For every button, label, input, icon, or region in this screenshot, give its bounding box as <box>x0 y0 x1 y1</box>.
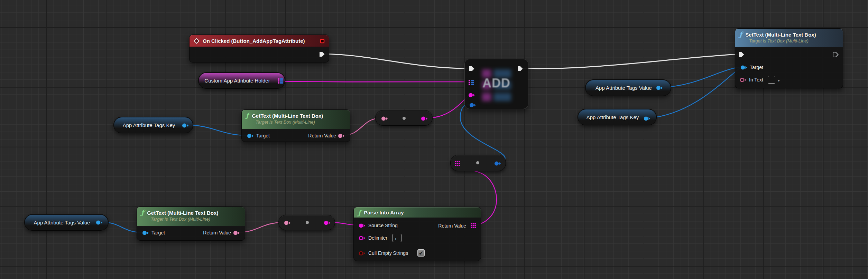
event-node-on-clicked[interactable]: On Clicked (Button_AddAppTagAttribute) <box>189 35 329 62</box>
string-out-pin[interactable] <box>421 116 428 121</box>
exec-out-pin[interactable] <box>832 51 839 58</box>
variable-label: App Attribute Tags Key <box>123 122 175 128</box>
node-title: SetText (Multi-Line Text Box) <box>745 32 816 38</box>
function-icon: ƒ <box>246 112 249 119</box>
variable-node-app-attribute-tags-key-right[interactable]: App Attribute Tags Key <box>578 109 657 125</box>
return-value-pin[interactable] <box>233 230 240 235</box>
function-icon: ƒ <box>141 209 144 216</box>
conversion-dot-icon <box>403 117 406 120</box>
variable-label: Custom App Attribute Holder <box>204 78 270 84</box>
wire-string-conversion-to-add-key[interactable] <box>426 95 469 118</box>
return-value-pin-label: Return Value <box>203 229 231 236</box>
wire-map-holder-to-add[interactable] <box>282 81 468 82</box>
exec-out-pin[interactable] <box>319 51 325 57</box>
in-text-input[interactable] <box>768 76 775 84</box>
target-pin-label: Target <box>151 229 165 236</box>
conversion-dot-icon <box>476 161 479 164</box>
exec-in-pin[interactable] <box>469 66 475 72</box>
cull-empty-strings-pin-label: Cull Empty Strings <box>368 250 408 257</box>
add-watermark-label: ADD <box>482 76 510 90</box>
object-out-pin[interactable] <box>494 161 501 166</box>
node-title: GetText (Multi-Line Text Box) <box>252 113 323 119</box>
source-string-pin[interactable] <box>359 223 366 228</box>
map-target-pin[interactable] <box>469 80 474 85</box>
target-pin-label: Target <box>256 132 270 139</box>
variable-label: App Attribute Tags Key <box>587 114 639 120</box>
node-title: Parse Into Array <box>364 210 404 215</box>
map-pin[interactable] <box>278 78 283 84</box>
delimiter-pin-label: Delimiter <box>368 234 387 241</box>
return-value-pin[interactable] <box>338 133 345 138</box>
cull-empty-strings-checkbox[interactable]: ✔ <box>417 249 425 257</box>
node-subtitle: Target is Text Box (Multi-Line) <box>151 217 241 222</box>
chevron-down-icon[interactable]: ▾ <box>778 78 780 83</box>
wire-exec-onclicked-to-add[interactable] <box>324 54 468 68</box>
variable-label: App Attribute Tags Value <box>34 220 90 225</box>
source-string-pin-label: Source String <box>368 222 398 229</box>
node-title: On Clicked (Button_AddAppTagAttribute) <box>203 38 305 44</box>
return-value-pin-label: Return Value <box>438 222 466 229</box>
cull-empty-strings-pin[interactable] <box>359 251 366 256</box>
wire-exec-add-to-settext[interactable] <box>523 54 738 69</box>
object-out-pin[interactable] <box>182 123 189 128</box>
in-text-pin-label: In Text <box>749 76 763 83</box>
target-pin[interactable] <box>247 133 254 138</box>
exec-out-pin[interactable] <box>517 66 523 72</box>
conversion-node-array-to-object[interactable] <box>450 155 506 171</box>
function-icon: ƒ <box>739 30 742 38</box>
key-pin[interactable] <box>468 93 475 98</box>
node-subtitle: Target is Text Box (Multi-Line) <box>256 119 346 125</box>
value-pin[interactable] <box>469 103 477 108</box>
variable-label: App Attribute Tags Value <box>595 85 652 91</box>
string-array-out-pin[interactable] <box>471 223 476 228</box>
wire-object-conversion-to-add-value[interactable] <box>460 105 505 163</box>
delimiter-pin[interactable] <box>359 235 366 241</box>
node-title: GetText (Multi-Line Text Box) <box>147 210 218 216</box>
conversion-node-text-to-string-lower[interactable] <box>278 215 335 230</box>
event-diamond-icon <box>194 38 200 44</box>
string-array-in-pin[interactable] <box>455 161 460 166</box>
object-out-pin[interactable] <box>656 85 663 90</box>
conversion-dot-icon <box>306 221 309 224</box>
function-node-gettext-upper[interactable]: ƒ GetText (Multi-Line Text Box) Target i… <box>241 109 350 142</box>
target-pin-label: Target <box>750 64 763 71</box>
variable-node-app-attribute-tags-value-right[interactable]: App Attribute Tags Value <box>585 79 671 96</box>
target-pin[interactable] <box>740 65 748 70</box>
variable-node-custom-app-attribute-holder[interactable]: Custom App Attribute Holder <box>198 72 285 89</box>
exec-in-pin[interactable] <box>738 51 745 58</box>
delimiter-input[interactable]: , <box>393 234 401 242</box>
function-node-settext[interactable]: ƒ SetText (Multi-Line Text Box) Target i… <box>735 28 843 88</box>
variable-node-app-attribute-tags-value-lower[interactable]: App Attribute Tags Value <box>24 214 109 231</box>
object-out-pin[interactable] <box>644 116 651 121</box>
wire-object-tagskey-to-gettext-upper[interactable] <box>187 125 247 135</box>
delegate-pin[interactable] <box>320 39 325 44</box>
macro-node-add[interactable]: ADD <box>464 59 528 109</box>
blueprint-graph-canvas[interactable]: On Clicked (Button_AddAppTagAttribute) C… <box>0 0 868 279</box>
function-node-parse-into-array[interactable]: ƒ Parse Into Array Source String Return … <box>353 207 481 261</box>
object-out-pin[interactable] <box>96 220 103 225</box>
text-in-pin[interactable] <box>284 220 291 225</box>
string-out-pin[interactable] <box>324 220 331 225</box>
function-icon: ƒ <box>358 209 361 217</box>
return-value-pin-label: Return Value <box>308 132 336 139</box>
variable-node-app-attribute-tags-key-upper[interactable]: App Attribute Tags Key <box>113 117 193 133</box>
text-in-pin[interactable] <box>381 116 388 121</box>
node-subtitle: Target is Text Box (Multi-Line) <box>749 38 839 44</box>
function-node-gettext-lower[interactable]: ƒ GetText (Multi-Line Text Box) Target i… <box>137 206 245 241</box>
conversion-node-text-to-string-upper[interactable] <box>375 110 433 126</box>
in-text-pin[interactable] <box>740 77 747 83</box>
target-pin[interactable] <box>142 230 149 235</box>
